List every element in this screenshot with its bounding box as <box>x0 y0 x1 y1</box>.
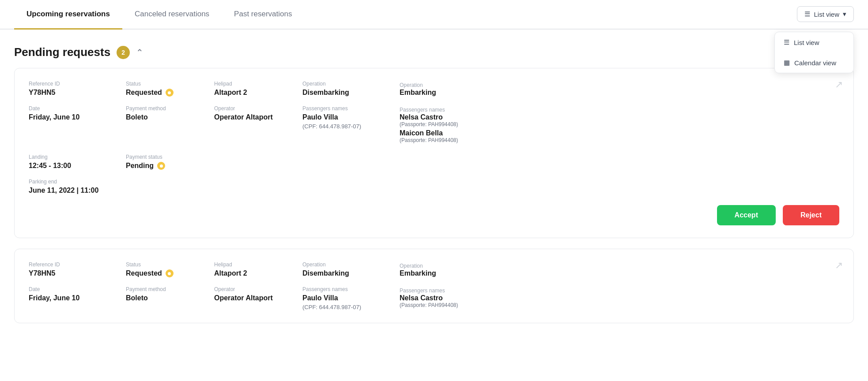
view-toggle-label: List view <box>814 11 839 18</box>
operation-emb-label-1: Operation <box>400 82 423 88</box>
external-link-icon-1[interactable]: ↗ <box>835 79 843 90</box>
operation-emb-field-2: Operation Embarking <box>400 261 839 277</box>
operator-value-1: Operator Altaport <box>214 113 292 121</box>
passengers-dis-field-2: Passengers names Paulo Villa (CPF: 644.4… <box>302 286 400 310</box>
card-grid-2: Reference ID Y78HN5 Status Requested Hel… <box>29 261 839 310</box>
spacer-1b <box>302 154 400 170</box>
section-header: Pending requests 2 ⌃ <box>0 30 868 68</box>
operator-field-2: Operator Operator Altaport <box>214 286 302 310</box>
date-value-1: Friday, June 10 <box>29 113 115 121</box>
date-label-1: Date <box>29 105 115 112</box>
accept-button-1[interactable]: Accept <box>717 205 776 225</box>
operation-dis-field-2: Operation Disembarking <box>302 261 400 277</box>
reference-id-field-2: Reference ID Y78HN5 <box>29 261 126 277</box>
passengers-emb-sub1-2: (Passporte: PAH994408) <box>400 302 829 308</box>
payment-status-row-1: Pending <box>126 162 204 170</box>
view-toggle-button[interactable]: ☰ List view ▾ <box>797 6 854 22</box>
passengers-emb-sub2-1: (Passporte: PAH994408) <box>400 137 829 143</box>
payment-method-field-1: Payment method Boleto <box>126 105 214 145</box>
passengers-dis-sub-1: (CPF: 644.478.987-07) <box>302 123 389 130</box>
card-grid-1: Reference ID Y78HN5 Status Requested Hel… <box>29 81 839 194</box>
operator-label-1: Operator <box>214 105 292 112</box>
payment-status-value-1: Pending <box>126 162 154 170</box>
helipad-label-2: Helipad <box>214 261 292 268</box>
operation-dis-label-2: Operation <box>302 261 389 268</box>
list-view-icon: ☰ <box>784 38 789 46</box>
passengers-dis-name-2: Paulo Villa <box>302 294 389 302</box>
status-label-2: Status <box>126 261 204 268</box>
tab-upcoming[interactable]: Upcoming reservations <box>14 0 122 30</box>
passengers-dis-name-1: Paulo Villa <box>302 113 389 121</box>
passengers-dis-label-2: Passengers names <box>302 286 389 292</box>
passengers-emb-name1-1: Nelsa Castro <box>400 113 829 121</box>
passengers-emb-name1-2: Nelsa Castro <box>400 294 829 302</box>
tabs-bar: Upcoming reservations Canceled reservati… <box>0 0 868 30</box>
passengers-emb-label-1: Passengers names <box>400 107 445 113</box>
payment-method-label-1: Payment method <box>126 105 204 112</box>
operation-dis-value-1: Disembarking <box>302 89 389 97</box>
payment-method-value-1: Boleto <box>126 113 204 121</box>
helipad-value-1: Altaport 2 <box>214 89 292 97</box>
passengers-dis-sub-2: (CPF: 644.478.987-07) <box>302 304 389 310</box>
status-value-2: Requested <box>126 269 162 277</box>
reference-id-field-1: Reference ID Y78HN5 <box>29 81 126 97</box>
passengers-dis-label-1: Passengers names <box>302 105 389 112</box>
passengers-emb-label-2: Passengers names <box>400 288 445 294</box>
helipad-field-2: Helipad Altaport 2 <box>214 261 302 277</box>
status-value-1: Requested <box>126 89 162 97</box>
landing-value-1: 12:45 - 13:00 <box>29 162 115 170</box>
date-value-2: Friday, June 10 <box>29 294 115 302</box>
reference-id-label-1: Reference ID <box>29 81 115 87</box>
payment-status-indicator-1 <box>157 162 165 170</box>
parking-end-label-1: Parking end <box>29 179 115 185</box>
parking-end-value-1: June 11, 2022 | 11:00 <box>29 187 115 194</box>
status-indicator-1 <box>166 89 174 97</box>
payment-method-field-2: Payment method Boleto <box>126 286 214 310</box>
payment-method-label-2: Payment method <box>126 286 204 292</box>
reservation-card-1: ↗ Reference ID Y78HN5 Status Requested H… <box>14 68 854 238</box>
calendar-view-icon: ▦ <box>784 59 790 67</box>
reference-id-label-2: Reference ID <box>29 261 115 268</box>
section-title: Pending requests <box>14 45 110 59</box>
status-indicator-2 <box>166 269 174 277</box>
helipad-field-1: Helipad Altaport 2 <box>214 81 302 97</box>
list-icon: ☰ <box>804 10 810 18</box>
operator-label-2: Operator <box>214 286 292 292</box>
passengers-dis-field-1: Passengers names Paulo Villa (CPF: 644.4… <box>302 105 400 145</box>
spacer-1a <box>214 154 302 170</box>
operation-dis-label-1: Operation <box>302 81 389 87</box>
status-row-2: Requested <box>126 269 204 277</box>
card-actions-1: Accept Reject <box>29 205 839 225</box>
operation-emb-field-1: Operation Embarking <box>400 81 839 97</box>
helipad-value-2: Altaport 2 <box>214 269 292 277</box>
tab-past[interactable]: Past reservations <box>222 0 304 30</box>
tab-canceled[interactable]: Canceled reservations <box>122 0 222 30</box>
passengers-emb-name2-1: Maicon Bella <box>400 129 829 137</box>
list-view-label: List view <box>794 39 819 46</box>
collapse-button[interactable]: ⌃ <box>136 47 143 58</box>
view-option-calendar[interactable]: ▦ Calendar view <box>775 52 853 73</box>
reference-id-value-1: Y78HN5 <box>29 89 115 97</box>
parking-end-field-1: Parking end June 11, 2022 | 11:00 <box>29 179 126 194</box>
view-option-list[interactable]: ☰ List view <box>775 32 853 52</box>
status-row-1: Requested <box>126 89 204 97</box>
reservation-card-2: ↗ Reference ID Y78HN5 Status Requested H… <box>14 249 854 323</box>
operator-field-1: Operator Operator Altaport <box>214 105 302 145</box>
status-field-2: Status Requested <box>126 261 214 277</box>
operation-dis-field-1: Operation Disembarking <box>302 81 400 97</box>
operation-dis-value-2: Disembarking <box>302 269 389 277</box>
payment-method-value-2: Boleto <box>126 294 204 302</box>
payment-status-field-1: Payment status Pending <box>126 154 214 170</box>
external-link-icon-2[interactable]: ↗ <box>835 260 843 271</box>
status-label-1: Status <box>126 81 204 87</box>
chevron-down-icon: ▾ <box>843 10 846 18</box>
passengers-emb-field-2: Passengers names Nelsa Castro (Passporte… <box>400 286 839 310</box>
operation-emb-value-1: Embarking <box>400 89 829 97</box>
passengers-emb-sub1-1: (Passporte: PAH994408) <box>400 121 829 127</box>
reject-button-1[interactable]: Reject <box>783 205 839 225</box>
landing-field-1: Landing 12:45 - 13:00 <box>29 154 126 170</box>
spacer-1c <box>400 154 839 170</box>
payment-status-label-1: Payment status <box>126 154 204 160</box>
helipad-label-1: Helipad <box>214 81 292 87</box>
calendar-view-label: Calendar view <box>794 59 836 67</box>
